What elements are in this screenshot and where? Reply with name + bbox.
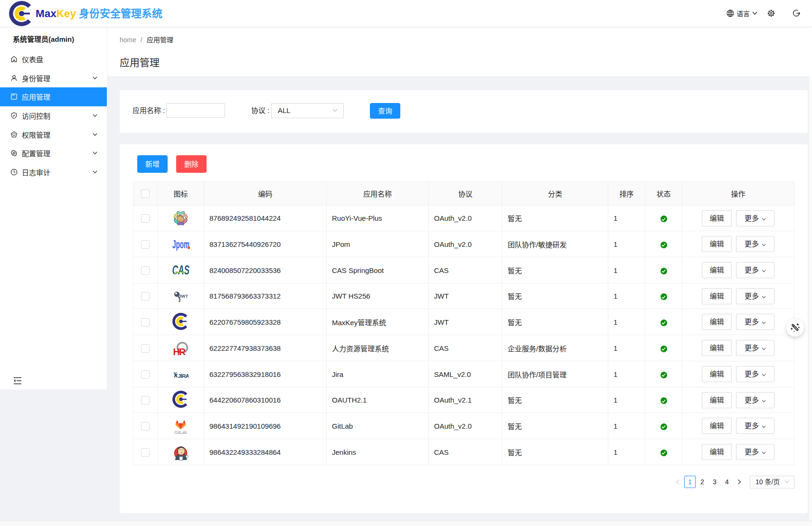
svg-text:CAS: CAS [172, 264, 189, 277]
svg-text:HR: HR [173, 346, 186, 357]
svg-text:Jpom: Jpom [172, 237, 189, 250]
svg-text:JWT: JWT [179, 293, 188, 299]
svg-text:JIRA: JIRA [178, 373, 189, 379]
